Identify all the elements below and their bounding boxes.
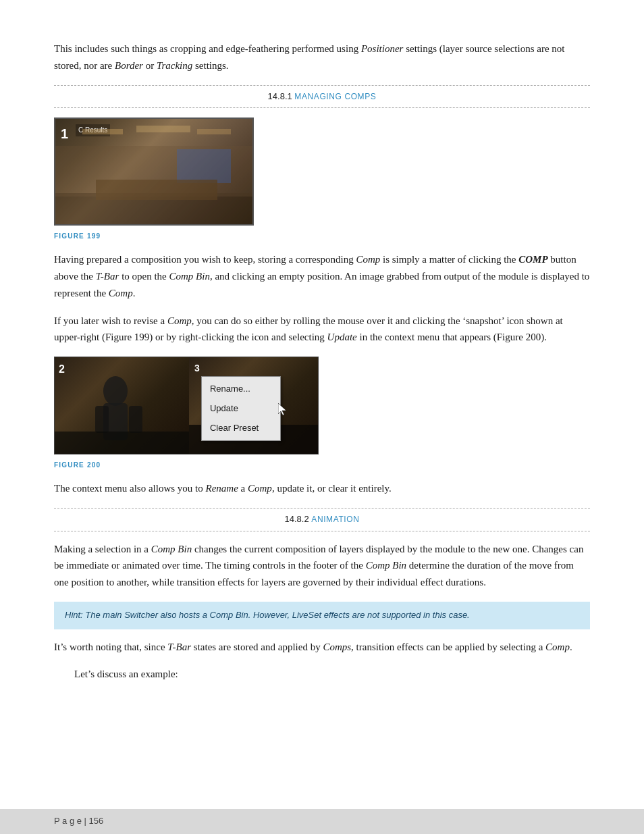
figure-199-caption: FIGURE 199 bbox=[54, 231, 590, 242]
svg-rect-11 bbox=[55, 432, 190, 454]
intro-text-1: This includes such things as cropping an… bbox=[54, 43, 361, 54]
body-paragraph-4: Making a selection in a Comp Bin changes… bbox=[54, 541, 590, 591]
svg-rect-10 bbox=[129, 406, 142, 433]
section-header-2: 14.8.2 ANIMATION bbox=[54, 510, 590, 529]
page-number: P a g e | 156 bbox=[54, 816, 103, 826]
section-divider-bottom-1 bbox=[54, 107, 590, 108]
body3-italic-2: Comp bbox=[248, 483, 272, 494]
body-paragraph-5: It’s worth noting that, since T-Bar stat… bbox=[54, 639, 590, 656]
body2-italic-2: Update bbox=[327, 332, 357, 342]
section-number-1: 14.8.1 bbox=[268, 91, 295, 101]
figure-200-right-num: 3 bbox=[194, 361, 200, 375]
body1-italic-4: Comp Bin bbox=[169, 271, 210, 282]
figure-200-left-svg bbox=[55, 357, 190, 454]
body-paragraph-1: Having prepared a composition you wish t… bbox=[54, 251, 590, 301]
intro-italic-3: Tracking bbox=[157, 60, 192, 71]
figure-199-svg bbox=[55, 119, 254, 226]
body1-italic-3: T-Bar bbox=[96, 271, 119, 282]
figure-200-left: 2 bbox=[55, 357, 189, 454]
body5-text-4: . bbox=[570, 642, 572, 652]
svg-marker-13 bbox=[278, 403, 286, 415]
intro-italic-1: Positioner bbox=[361, 43, 404, 54]
body3-italic-1: Rename bbox=[206, 483, 238, 494]
hint-text: Hint: The main Switcher also hosts a Com… bbox=[65, 610, 470, 620]
figure-200-caption: FIGURE 200 bbox=[54, 460, 590, 471]
page-footer: P a g e | 156 bbox=[0, 809, 644, 834]
page-wrapper: This includes such things as cropping an… bbox=[0, 0, 644, 834]
menu-item-clear-preset: Clear Preset bbox=[202, 419, 280, 438]
figure-199-image: 1 C Results bbox=[54, 118, 254, 226]
section-divider-bottom-2 bbox=[54, 531, 590, 531]
body3-text-3: , update it, or clear it entirely. bbox=[272, 483, 392, 494]
svg-rect-5 bbox=[177, 149, 231, 183]
body3-text-2: a bbox=[238, 483, 248, 494]
body2-text-1: If you later wish to revise a bbox=[54, 315, 167, 326]
figure-200-image: 2 3 bbox=[54, 357, 319, 454]
body5-text-2: states are stored and applied by bbox=[191, 642, 323, 652]
context-menu: Rename... Update Clear Preset bbox=[201, 376, 281, 441]
body5-italic-3: Comp bbox=[545, 642, 570, 652]
body4-italic-2: Comp Bin bbox=[366, 560, 406, 571]
cursor-icon bbox=[278, 403, 288, 415]
svg-rect-1 bbox=[136, 126, 190, 132]
body1-italic-5: Comp bbox=[109, 288, 133, 298]
body1-text-4: to open the bbox=[119, 271, 169, 282]
intro-text-4: settings. bbox=[192, 60, 228, 71]
body2-text-3: in the context menu that appears (Figure… bbox=[357, 332, 547, 342]
svg-point-7 bbox=[103, 376, 128, 406]
body4-text-1: Making a selection in a bbox=[54, 544, 151, 554]
section-divider-top-1 bbox=[54, 85, 590, 86]
section-header-1: 14.8.1 MANAGING COMPS bbox=[54, 87, 590, 107]
section-number-2: 14.8.2 bbox=[285, 514, 312, 524]
body-paragraph-2: If you later wish to revise a Comp, you … bbox=[54, 313, 590, 346]
menu-item-rename: Rename... bbox=[202, 380, 280, 399]
body4-italic-1: Comp Bin bbox=[151, 544, 192, 554]
intro-paragraph: This includes such things as cropping an… bbox=[54, 41, 590, 74]
body5-text-3: , transition effects can be applied by s… bbox=[351, 642, 545, 652]
body1-text-6: . bbox=[133, 288, 136, 298]
section-link-1[interactable]: MANAGING COMPS bbox=[294, 92, 376, 101]
body1-italic-1: Comp bbox=[356, 254, 380, 265]
body1-italic-2: COMP bbox=[518, 254, 547, 265]
body3-text-1: The context menu also allows you to bbox=[54, 483, 206, 494]
intro-text-3: or bbox=[143, 60, 157, 71]
body1-text-1: Having prepared a composition you wish t… bbox=[54, 254, 356, 265]
svg-rect-2 bbox=[197, 129, 231, 134]
body2-italic-1: Comp bbox=[167, 315, 192, 326]
figure-199-container: 1 C Results bbox=[54, 118, 590, 226]
svg-rect-0 bbox=[82, 129, 123, 134]
section-divider-top-2 bbox=[54, 508, 590, 509]
menu-item-update: Update bbox=[202, 399, 280, 419]
figure-200-right: 3 Rename... Update Clear Preset bbox=[189, 357, 318, 454]
body5-text-1: It’s worth noting that, since bbox=[54, 642, 167, 652]
hint-box: Hint: The main Switcher also hosts a Com… bbox=[54, 602, 590, 629]
body6-text: Let’s discuss an example: bbox=[74, 669, 178, 679]
svg-rect-9 bbox=[95, 406, 109, 433]
body1-text-2: is simply a matter of clicking the bbox=[380, 254, 518, 265]
section-link-2[interactable]: ANIMATION bbox=[311, 515, 359, 524]
body5-italic-1: T-Bar bbox=[167, 642, 191, 652]
svg-rect-6 bbox=[96, 180, 217, 200]
body5-italic-2: Comps bbox=[323, 642, 351, 652]
body-paragraph-3: The context menu also allows you to Rena… bbox=[54, 480, 590, 497]
intro-italic-2: Border bbox=[115, 60, 143, 71]
figure-199-inner: 1 C Results bbox=[55, 119, 252, 224]
figure-200-container: 2 3 bbox=[54, 357, 590, 454]
body-paragraph-6: Let’s discuss an example: bbox=[54, 666, 590, 683]
